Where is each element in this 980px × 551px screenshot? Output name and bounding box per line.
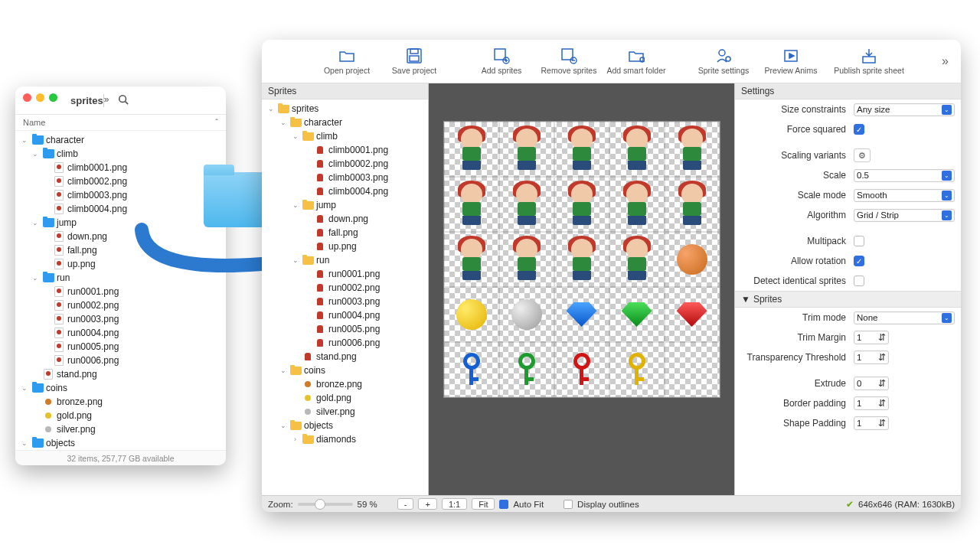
- sprite-row[interactable]: ⌄sprites: [265, 102, 425, 116]
- finder-row[interactable]: ⌄objects: [20, 436, 221, 450]
- sprite-row[interactable]: ⌄character: [265, 116, 425, 129]
- toolbar-more-icon[interactable]: »: [936, 54, 955, 68]
- maximize-dot[interactable]: [49, 93, 57, 102]
- finder-row[interactable]: ⌄character: [20, 133, 221, 147]
- zoom-actual-button[interactable]: 1:1: [442, 498, 467, 510]
- display-outlines-checkbox[interactable]: [564, 500, 573, 509]
- sprite-row[interactable]: ⌄objects: [265, 419, 425, 432]
- finder-row[interactable]: stand.png: [20, 367, 221, 381]
- sprite-row[interactable]: climb0004.png: [265, 184, 425, 198]
- zoom-value: 59 %: [358, 500, 377, 509]
- sprite-row[interactable]: up.png: [265, 240, 425, 253]
- finder-row[interactable]: ⌄climb: [20, 147, 221, 161]
- svg-rect-4: [410, 56, 419, 61]
- scale-mode-select[interactable]: Smooth⌄: [854, 189, 955, 202]
- finder-row[interactable]: run0005.png: [20, 340, 221, 354]
- zoom-out-button[interactable]: -: [397, 498, 414, 510]
- sprite-row[interactable]: run0001.png: [265, 267, 425, 281]
- border-padding-input[interactable]: 1⇵: [854, 396, 889, 410]
- save-icon: [406, 47, 423, 64]
- sprite-row[interactable]: run0005.png: [265, 322, 425, 336]
- force-squared-checkbox[interactable]: ✓: [854, 124, 864, 135]
- algorithm-select[interactable]: Grid / Strip⌄: [854, 209, 955, 222]
- allow-rotation-checkbox[interactable]: ✓: [854, 256, 864, 266]
- autofit-checkbox[interactable]: [499, 500, 508, 509]
- atlas-cell: [665, 342, 720, 397]
- atlas-preview[interactable]: [429, 83, 734, 495]
- trim-margin-input[interactable]: 1⇵: [854, 331, 889, 344]
- autofit-label: Auto Fit: [513, 500, 544, 509]
- sort-indicator[interactable]: ˆ: [215, 118, 218, 127]
- search-icon[interactable]: [118, 94, 129, 107]
- finder-row[interactable]: climb0003.png: [20, 188, 221, 202]
- atlas-cell: [554, 287, 609, 342]
- finder-status: 32 items, 257,77 GB available: [15, 450, 226, 465]
- sprite-row[interactable]: ⌄coins: [265, 364, 425, 377]
- remove-sprites-button[interactable]: Remove sprites: [537, 42, 600, 80]
- sprite-row[interactable]: stand.png: [265, 350, 425, 364]
- sprite-row[interactable]: ⌄run: [265, 253, 425, 267]
- name-column[interactable]: Name: [23, 118, 45, 127]
- sprite-tree[interactable]: ⌄sprites⌄character⌄climbclimb0001.pngcli…: [262, 99, 428, 448]
- shape-padding-input[interactable]: 1⇵: [854, 416, 889, 430]
- sprite-row[interactable]: climb0003.png: [265, 171, 425, 184]
- sprite-row[interactable]: silver.png: [265, 405, 425, 419]
- finder-row[interactable]: silver.png: [20, 422, 221, 436]
- finder-row[interactable]: climb0002.png: [20, 174, 221, 188]
- close-dot[interactable]: [23, 93, 31, 102]
- sprite-row[interactable]: run0006.png: [265, 336, 425, 350]
- sprite-row[interactable]: down.png: [265, 212, 425, 226]
- finder-row[interactable]: run0003.png: [20, 312, 221, 326]
- zoom-slider[interactable]: [298, 503, 353, 506]
- sprite-row[interactable]: run0003.png: [265, 295, 425, 308]
- zoom-in-button[interactable]: +: [418, 498, 436, 510]
- add-smart-folder-button[interactable]: Add smart folder: [605, 42, 668, 80]
- finder-column-header[interactable]: Name ˆ: [15, 115, 226, 131]
- finder-tree[interactable]: ⌄character⌄climbclimb0001.pngclimb0002.p…: [15, 131, 226, 452]
- atlas-cell: [499, 177, 554, 232]
- atlas-cell: [444, 342, 499, 397]
- traffic-lights[interactable]: [23, 93, 57, 102]
- finder-row[interactable]: bronze.png: [20, 395, 221, 409]
- sprite-row[interactable]: run0002.png: [265, 281, 425, 295]
- sprite-row[interactable]: climb0001.png: [265, 143, 425, 157]
- sprite-row[interactable]: run0004.png: [265, 308, 425, 322]
- publish-button[interactable]: Publish sprite sheet: [827, 42, 911, 80]
- finder-row[interactable]: run0006.png: [20, 354, 221, 367]
- sprite-row[interactable]: ⌄climb: [265, 129, 425, 143]
- sprites-section-header[interactable]: ▼ Sprites: [735, 291, 961, 308]
- sprite-row[interactable]: gold.png: [265, 391, 425, 405]
- finder-row[interactable]: climb0004.png: [20, 202, 221, 216]
- sprite-row[interactable]: ›diamonds: [265, 432, 425, 446]
- minimize-dot[interactable]: [36, 93, 44, 102]
- detect-identical-checkbox[interactable]: [854, 276, 864, 286]
- save-project-button[interactable]: Save project: [383, 42, 446, 80]
- status-bar: Zoom: 59 % - + 1:1 Fit Auto Fit Display …: [262, 495, 961, 512]
- finder-row[interactable]: run0004.png: [20, 326, 221, 340]
- scaling-variants-button[interactable]: ⚙: [854, 148, 871, 162]
- add-sprites-button[interactable]: Add sprites: [470, 42, 533, 80]
- sprite-row[interactable]: ⌄jump: [265, 198, 425, 212]
- finder-row[interactable]: run0002.png: [20, 298, 221, 312]
- atlas-cell: [554, 342, 609, 397]
- sprite-row[interactable]: climb0002.png: [265, 157, 425, 171]
- trim-mode-select[interactable]: None⌄: [854, 311, 955, 324]
- zoom-fit-button[interactable]: Fit: [472, 498, 495, 510]
- open-project-button[interactable]: Open project: [315, 42, 378, 80]
- finder-row[interactable]: climb0001.png: [20, 161, 221, 174]
- size-constraints-select[interactable]: Any size⌄: [854, 103, 955, 116]
- finder-row[interactable]: ⌄coins: [20, 381, 221, 395]
- remove-sprite-icon: [560, 47, 577, 64]
- sprite-row[interactable]: fall.png: [265, 226, 425, 240]
- preview-anims-button[interactable]: Preview Anims: [760, 42, 822, 80]
- finder-more-icon[interactable]: »: [104, 94, 109, 107]
- settings-panel: Settings Size constraintsAny size⌄ Force…: [734, 83, 961, 495]
- finder-row[interactable]: gold.png: [20, 409, 221, 422]
- transparency-threshold-input[interactable]: 1⇵: [854, 350, 889, 364]
- scale-select[interactable]: 0.5⌄: [854, 169, 955, 182]
- sprite-row[interactable]: bronze.png: [265, 377, 425, 391]
- atlas-cell: [665, 122, 720, 177]
- multipack-checkbox[interactable]: [854, 236, 864, 246]
- extrude-input[interactable]: 0⇵: [854, 377, 889, 390]
- sprite-settings-button[interactable]: Sprite settings: [692, 42, 755, 80]
